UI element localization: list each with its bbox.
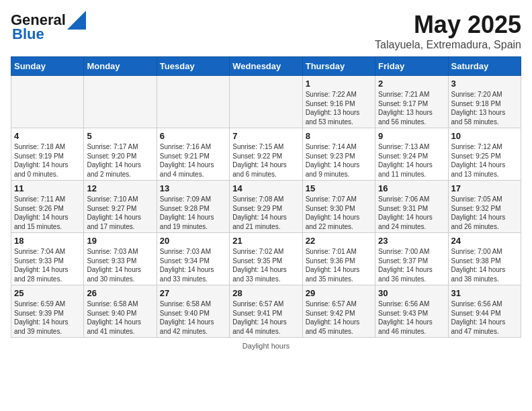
- day-info: Sunrise: 7:00 AM Sunset: 9:38 PM Dayligh…: [451, 247, 518, 283]
- day-number: 14: [232, 183, 299, 193]
- day-info: Sunrise: 7:07 AM Sunset: 9:30 PM Dayligh…: [306, 195, 372, 231]
- day-info: Sunrise: 7:05 AM Sunset: 9:32 PM Dayligh…: [451, 195, 518, 231]
- day-info: Sunrise: 7:12 AM Sunset: 9:25 PM Dayligh…: [451, 142, 518, 179]
- day-info: Sunrise: 7:03 AM Sunset: 9:33 PM Dayligh…: [87, 247, 153, 283]
- weekday-header: Saturday: [448, 57, 521, 76]
- day-info: Sunrise: 6:59 AM Sunset: 9:39 PM Dayligh…: [14, 300, 81, 336]
- day-number: 29: [306, 288, 372, 298]
- day-number: 12: [87, 183, 153, 193]
- logo: General Blue: [11, 11, 86, 43]
- day-number: 9: [378, 131, 445, 141]
- calendar-cell: 29Sunrise: 6:57 AM Sunset: 9:42 PM Dayli…: [302, 285, 375, 338]
- weekday-header: Sunday: [11, 57, 84, 76]
- day-number: 28: [232, 288, 299, 298]
- day-info: Sunrise: 7:00 AM Sunset: 9:37 PM Dayligh…: [378, 247, 445, 283]
- weekday-header: Thursday: [302, 57, 375, 76]
- day-info: Sunrise: 7:10 AM Sunset: 9:27 PM Dayligh…: [87, 195, 153, 231]
- calendar-cell: 14Sunrise: 7:08 AM Sunset: 9:29 PM Dayli…: [230, 181, 302, 233]
- day-info: Sunrise: 7:20 AM Sunset: 9:18 PM Dayligh…: [451, 90, 518, 126]
- day-info: Sunrise: 6:57 AM Sunset: 9:42 PM Dayligh…: [306, 300, 372, 336]
- calendar-cell: 4Sunrise: 7:18 AM Sunset: 9:19 PM Daylig…: [11, 128, 84, 181]
- day-number: 8: [306, 131, 372, 141]
- calendar-week-row: 25Sunrise: 6:59 AM Sunset: 9:39 PM Dayli…: [11, 285, 521, 338]
- calendar-week-row: 11Sunrise: 7:11 AM Sunset: 9:26 PM Dayli…: [11, 181, 521, 233]
- svg-marker-0: [67, 11, 86, 30]
- calendar-cell: 9Sunrise: 7:13 AM Sunset: 9:24 PM Daylig…: [375, 128, 448, 181]
- calendar-cell: 25Sunrise: 6:59 AM Sunset: 9:39 PM Dayli…: [11, 285, 84, 338]
- day-number: 23: [378, 236, 445, 246]
- calendar-table: SundayMondayTuesdayWednesdayThursdayFrid…: [11, 56, 521, 338]
- day-info: Sunrise: 6:57 AM Sunset: 9:41 PM Dayligh…: [232, 300, 299, 336]
- calendar-cell: 21Sunrise: 7:02 AM Sunset: 9:35 PM Dayli…: [230, 233, 302, 285]
- day-info: Sunrise: 7:08 AM Sunset: 9:29 PM Dayligh…: [232, 195, 299, 231]
- calendar-cell: [11, 76, 84, 128]
- day-number: 18: [14, 236, 81, 246]
- page-header: General Blue May 2025 Talayuela, Extrema…: [11, 11, 521, 51]
- day-number: 15: [306, 183, 372, 193]
- day-number: 3: [451, 79, 518, 89]
- page-title: May 2025: [375, 11, 521, 39]
- day-info: Sunrise: 6:58 AM Sunset: 9:40 PM Dayligh…: [160, 300, 226, 336]
- calendar-cell: 20Sunrise: 7:03 AM Sunset: 9:34 PM Dayli…: [157, 233, 229, 285]
- calendar-cell: 23Sunrise: 7:00 AM Sunset: 9:37 PM Dayli…: [375, 233, 448, 285]
- calendar-cell: 8Sunrise: 7:14 AM Sunset: 9:23 PM Daylig…: [302, 128, 375, 181]
- day-info: Sunrise: 7:11 AM Sunset: 9:26 PM Dayligh…: [14, 195, 81, 231]
- day-number: 21: [232, 236, 299, 246]
- day-info: Sunrise: 7:06 AM Sunset: 9:31 PM Dayligh…: [378, 195, 445, 231]
- day-info: Sunrise: 6:58 AM Sunset: 9:40 PM Dayligh…: [87, 300, 153, 336]
- day-number: 13: [160, 183, 226, 193]
- day-number: 30: [378, 288, 445, 298]
- calendar-week-row: 4Sunrise: 7:18 AM Sunset: 9:19 PM Daylig…: [11, 128, 521, 181]
- footer-label: Daylight hours: [242, 342, 290, 350]
- day-number: 31: [451, 288, 518, 298]
- weekday-header: Monday: [84, 57, 157, 76]
- day-number: 10: [451, 131, 518, 141]
- calendar-cell: 13Sunrise: 7:09 AM Sunset: 9:28 PM Dayli…: [157, 181, 229, 233]
- calendar-cell: 11Sunrise: 7:11 AM Sunset: 9:26 PM Dayli…: [11, 181, 84, 233]
- calendar-cell: 6Sunrise: 7:16 AM Sunset: 9:21 PM Daylig…: [157, 128, 229, 181]
- calendar-cell: 7Sunrise: 7:15 AM Sunset: 9:22 PM Daylig…: [230, 128, 302, 181]
- calendar-cell: 15Sunrise: 7:07 AM Sunset: 9:30 PM Dayli…: [302, 181, 375, 233]
- calendar-cell: 16Sunrise: 7:06 AM Sunset: 9:31 PM Dayli…: [375, 181, 448, 233]
- day-number: 11: [14, 183, 81, 193]
- page-subtitle: Talayuela, Extremadura, Spain: [375, 39, 521, 51]
- day-number: 19: [87, 236, 153, 246]
- day-number: 27: [160, 288, 226, 298]
- footer: Daylight hours: [11, 342, 521, 350]
- calendar-cell: 27Sunrise: 6:58 AM Sunset: 9:40 PM Dayli…: [157, 285, 229, 338]
- calendar-cell: 26Sunrise: 6:58 AM Sunset: 9:40 PM Dayli…: [84, 285, 157, 338]
- day-number: 25: [14, 288, 81, 298]
- calendar-cell: 19Sunrise: 7:03 AM Sunset: 9:33 PM Dayli…: [84, 233, 157, 285]
- day-info: Sunrise: 7:13 AM Sunset: 9:24 PM Dayligh…: [378, 142, 445, 179]
- day-number: 16: [378, 183, 445, 193]
- day-number: 26: [87, 288, 153, 298]
- day-number: 6: [160, 131, 226, 141]
- day-number: 1: [306, 79, 372, 89]
- weekday-header: Wednesday: [230, 57, 302, 76]
- day-number: 7: [232, 131, 299, 141]
- calendar-cell: 18Sunrise: 7:04 AM Sunset: 9:33 PM Dayli…: [11, 233, 84, 285]
- weekday-header: Tuesday: [157, 57, 229, 76]
- day-info: Sunrise: 7:15 AM Sunset: 9:22 PM Dayligh…: [232, 142, 299, 179]
- calendar-cell: 12Sunrise: 7:10 AM Sunset: 9:27 PM Dayli…: [84, 181, 157, 233]
- day-number: 22: [306, 236, 372, 246]
- weekday-header: Friday: [375, 57, 448, 76]
- calendar-header-row: SundayMondayTuesdayWednesdayThursdayFrid…: [11, 57, 521, 76]
- day-number: 20: [160, 236, 226, 246]
- day-info: Sunrise: 7:04 AM Sunset: 9:33 PM Dayligh…: [14, 247, 81, 283]
- day-number: 5: [87, 131, 153, 141]
- calendar-cell: 10Sunrise: 7:12 AM Sunset: 9:25 PM Dayli…: [448, 128, 521, 181]
- calendar-cell: 3Sunrise: 7:20 AM Sunset: 9:18 PM Daylig…: [448, 76, 521, 128]
- logo-triangle-icon: [67, 11, 86, 30]
- day-info: Sunrise: 7:14 AM Sunset: 9:23 PM Dayligh…: [306, 142, 372, 179]
- day-info: Sunrise: 6:56 AM Sunset: 9:43 PM Dayligh…: [378, 300, 445, 336]
- calendar-cell: 31Sunrise: 6:56 AM Sunset: 9:44 PM Dayli…: [448, 285, 521, 338]
- day-info: Sunrise: 7:09 AM Sunset: 9:28 PM Dayligh…: [160, 195, 226, 231]
- calendar-cell: 17Sunrise: 7:05 AM Sunset: 9:32 PM Dayli…: [448, 181, 521, 233]
- calendar-cell: 5Sunrise: 7:17 AM Sunset: 9:20 PM Daylig…: [84, 128, 157, 181]
- calendar-cell: [157, 76, 229, 128]
- day-number: 2: [378, 79, 445, 89]
- calendar-week-row: 18Sunrise: 7:04 AM Sunset: 9:33 PM Dayli…: [11, 233, 521, 285]
- logo-blue: Blue: [11, 26, 44, 43]
- day-info: Sunrise: 7:21 AM Sunset: 9:17 PM Dayligh…: [378, 90, 445, 126]
